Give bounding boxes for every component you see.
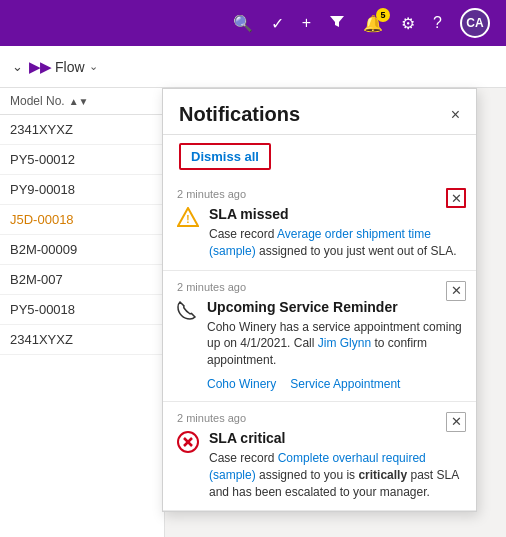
error-icon: [177, 435, 199, 457]
list-item[interactable]: 2341XYXZ: [0, 115, 164, 145]
notification-badge: 5: [376, 8, 390, 22]
notification-item-sla-critical: 2 minutes ago ✕ SLA critical Case record…: [163, 402, 476, 511]
notification-item-sla-missed: 2 minutes ago ✕ ! SLA missed Case record…: [163, 178, 476, 271]
list-item[interactable]: B2M-007: [0, 265, 164, 295]
flow-chevron-icon[interactable]: ⌄: [89, 60, 98, 73]
list-item[interactable]: PY5-00012: [0, 145, 164, 175]
list-item[interactable]: PY9-00018: [0, 175, 164, 205]
flow-logo-icon: ▶▶: [29, 59, 51, 75]
notif-timestamp: 2 minutes ago: [177, 188, 462, 200]
dismiss-button[interactable]: ✕: [446, 281, 466, 301]
chevron-down-icon[interactable]: ⌄: [12, 59, 23, 74]
notif-subject: SLA critical: [209, 430, 462, 446]
dismiss-button[interactable]: ✕: [446, 188, 466, 208]
settings-icon[interactable]: ⚙: [401, 14, 415, 33]
flow-label: Flow: [55, 59, 85, 75]
warning-icon: !: [177, 209, 199, 231]
close-button[interactable]: ×: [451, 106, 460, 124]
list-item[interactable]: PY5-00018: [0, 295, 164, 325]
left-list: Model No. ▲▼ 2341XYXZ PY5-00012 PY9-0001…: [0, 88, 165, 537]
sort-icon[interactable]: ▲▼: [69, 96, 89, 107]
notif-timestamp: 2 minutes ago: [177, 412, 462, 424]
notif-text: Case record Average order shipment time …: [209, 226, 462, 260]
notifications-scroll[interactable]: 2 minutes ago ✕ ! SLA missed Case record…: [163, 178, 476, 511]
notif-text: Case record Complete overhaul required (…: [209, 450, 462, 500]
notif-link-service-appointment[interactable]: Service Appointment: [290, 377, 400, 391]
filter-icon[interactable]: [329, 13, 345, 33]
dismiss-button[interactable]: ✕: [446, 412, 466, 432]
notif-subject: Upcoming Service Reminder: [207, 299, 462, 315]
notifications-title: Notifications: [179, 103, 300, 126]
search-icon[interactable]: 🔍: [233, 14, 253, 33]
notif-action-links: Coho Winery Service Appointment: [207, 377, 462, 391]
list-item[interactable]: B2M-00009: [0, 235, 164, 265]
notifications-panel: Notifications × Dismiss all 2 minutes ag…: [162, 88, 477, 512]
add-icon[interactable]: +: [302, 14, 311, 32]
subheader: ⌄ ▶▶ Flow ⌄: [0, 46, 506, 88]
list-item[interactable]: 2341XYXZ: [0, 325, 164, 355]
phone-icon: [177, 304, 197, 324]
model-no-label: Model No.: [10, 94, 65, 108]
notif-subject: SLA missed: [209, 206, 462, 222]
list-item[interactable]: J5D-00018: [0, 205, 164, 235]
svg-text:!: !: [186, 214, 189, 225]
tasks-icon[interactable]: ✓: [271, 14, 284, 33]
topbar: 🔍 ✓ + 🔔 5 ⚙ ? CA: [0, 0, 506, 46]
notif-link-coho-winery[interactable]: Coho Winery: [207, 377, 276, 391]
notif-timestamp: 2 minutes ago: [177, 281, 462, 293]
notifications-header: Notifications ×: [163, 89, 476, 135]
notif-link-jim-glynn[interactable]: Jim Glynn: [318, 336, 371, 350]
help-icon[interactable]: ?: [433, 14, 442, 32]
avatar[interactable]: CA: [460, 8, 490, 38]
notif-link-order-shipment[interactable]: Average order shipment time (sample): [209, 227, 431, 258]
list-header: Model No. ▲▼: [0, 88, 164, 115]
dismiss-all-button[interactable]: Dismiss all: [179, 143, 271, 170]
notification-item-service-reminder: 2 minutes ago ✕ Upcoming Service Reminde…: [163, 271, 476, 402]
bell-icon[interactable]: 🔔 5: [363, 14, 383, 33]
main-area: Model No. ▲▼ 2341XYXZ PY5-00012 PY9-0001…: [0, 88, 506, 537]
notif-text: Coho Winery has a service appointment co…: [207, 319, 462, 369]
